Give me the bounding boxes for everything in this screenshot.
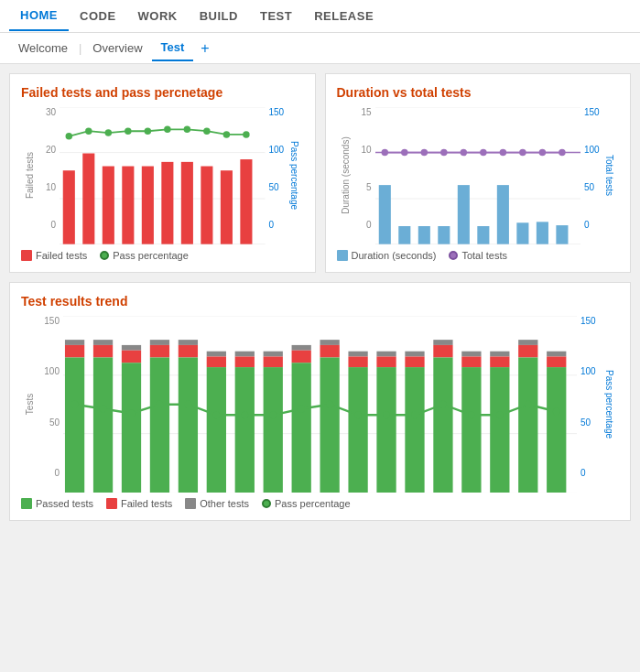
chart1-legend: Failed tests Pass percentage xyxy=(21,250,304,261)
chart2-y-right-axis: 150 100 50 0 xyxy=(584,107,601,230)
legend-total-tests: Total tests xyxy=(449,250,507,261)
svg-rect-66 xyxy=(179,345,198,358)
svg-rect-106 xyxy=(547,367,566,493)
svg-point-108 xyxy=(100,405,107,412)
legend-passed: Passed tests xyxy=(21,498,93,509)
svg-rect-62 xyxy=(150,340,169,345)
chart2-y-right-label: Total tests xyxy=(605,155,615,196)
svg-point-15 xyxy=(85,127,92,134)
svg-rect-67 xyxy=(179,357,198,493)
svg-rect-73 xyxy=(235,367,255,493)
svg-rect-99 xyxy=(490,356,509,367)
sub-separator: | xyxy=(77,41,83,55)
svg-point-19 xyxy=(164,126,170,133)
svg-point-113 xyxy=(241,411,248,418)
legend-duration-label: Duration (seconds) xyxy=(352,250,437,261)
svg-point-41 xyxy=(420,149,427,156)
svg-rect-11 xyxy=(201,167,212,244)
legend-total-label: Total tests xyxy=(461,250,507,261)
nav-home[interactable]: HOME xyxy=(9,1,69,31)
sub-add-button[interactable]: + xyxy=(193,40,216,57)
svg-point-20 xyxy=(184,126,190,133)
svg-rect-77 xyxy=(292,345,311,351)
svg-rect-82 xyxy=(320,357,340,493)
svg-rect-79 xyxy=(292,363,311,493)
svg-point-21 xyxy=(203,127,210,134)
svg-rect-65 xyxy=(179,340,198,345)
chart-test-results-trend: Test results trend Tests 150 100 50 0 xyxy=(9,282,631,521)
legend-total-icon xyxy=(449,251,458,260)
chart1-y-left-label: Failed tests xyxy=(26,152,36,199)
legend-failed-icon xyxy=(21,250,32,261)
chart3-title: Test results trend xyxy=(21,294,619,309)
legend-passed-icon xyxy=(21,498,32,509)
svg-rect-5 xyxy=(82,154,94,244)
legend-pass-pct: Pass percentage xyxy=(100,250,189,261)
svg-rect-57 xyxy=(93,345,113,358)
svg-point-110 xyxy=(157,401,164,408)
svg-rect-31 xyxy=(438,226,450,244)
svg-point-120 xyxy=(439,401,447,408)
svg-rect-28 xyxy=(378,185,390,244)
legend-other-tests: Other tests xyxy=(185,498,249,509)
svg-point-40 xyxy=(401,149,407,156)
svg-rect-69 xyxy=(207,356,226,367)
svg-point-18 xyxy=(145,127,151,134)
sub-nav: Welcome | Overview Test + xyxy=(0,33,640,64)
legend-failed-tests: Failed tests xyxy=(106,498,172,509)
svg-point-118 xyxy=(383,411,390,418)
svg-rect-78 xyxy=(292,350,311,363)
svg-rect-54 xyxy=(65,345,84,358)
svg-rect-37 xyxy=(556,225,568,244)
legend-duration: Duration (seconds) xyxy=(337,250,437,261)
svg-point-124 xyxy=(553,407,560,415)
svg-point-112 xyxy=(212,411,220,418)
chart-duration: Duration vs total tests Duration (second… xyxy=(325,73,632,273)
sub-overview[interactable]: Overview xyxy=(83,36,151,60)
svg-rect-97 xyxy=(461,367,481,493)
svg-rect-70 xyxy=(207,367,226,493)
svg-rect-53 xyxy=(65,340,84,345)
svg-point-39 xyxy=(381,149,387,156)
nav-release[interactable]: RELEASE xyxy=(303,2,385,30)
nav-work[interactable]: WORK xyxy=(127,2,189,30)
svg-point-23 xyxy=(243,131,249,137)
nav-build[interactable]: BUILD xyxy=(189,2,249,30)
svg-rect-10 xyxy=(181,162,193,244)
svg-point-16 xyxy=(105,129,112,135)
svg-point-22 xyxy=(223,131,230,137)
chart3-y-right-label: Pass percentage xyxy=(605,370,615,439)
nav-code[interactable]: CODE xyxy=(69,2,127,30)
chart1-svg xyxy=(60,107,266,244)
chart2-svg xyxy=(375,107,581,244)
svg-rect-103 xyxy=(518,357,537,493)
svg-point-43 xyxy=(460,149,466,156)
chart3-legend: Passed tests Failed tests Other tests Pa… xyxy=(21,498,619,509)
nav-test[interactable]: TEST xyxy=(249,2,303,30)
svg-point-17 xyxy=(125,127,131,134)
sub-test[interactable]: Test xyxy=(152,35,194,61)
svg-rect-12 xyxy=(221,170,233,244)
legend-duration-icon xyxy=(337,250,348,261)
svg-point-45 xyxy=(499,149,505,156)
svg-rect-63 xyxy=(150,345,169,358)
svg-rect-71 xyxy=(235,351,255,356)
svg-rect-68 xyxy=(207,351,226,356)
svg-rect-74 xyxy=(264,351,283,356)
chart3-y-left-label: Tests xyxy=(26,394,36,415)
svg-rect-32 xyxy=(457,185,469,244)
chart3-y-right-axis: 150 100 50 0 xyxy=(580,316,601,478)
svg-rect-75 xyxy=(264,356,283,367)
svg-point-122 xyxy=(496,411,504,418)
svg-rect-96 xyxy=(461,356,481,367)
legend-pass-pct-3: Pass percentage xyxy=(262,498,351,509)
svg-point-109 xyxy=(128,409,136,417)
svg-point-48 xyxy=(559,149,565,156)
sub-welcome[interactable]: Welcome xyxy=(9,36,77,60)
top-nav: HOME CODE WORK BUILD TEST RELEASE xyxy=(0,0,640,33)
svg-rect-76 xyxy=(264,367,283,493)
svg-rect-101 xyxy=(518,340,537,345)
legend-pass-icon xyxy=(100,251,109,260)
svg-rect-105 xyxy=(547,356,566,367)
chart-failed-tests: Failed tests and pass percnetage Failed … xyxy=(9,73,316,273)
